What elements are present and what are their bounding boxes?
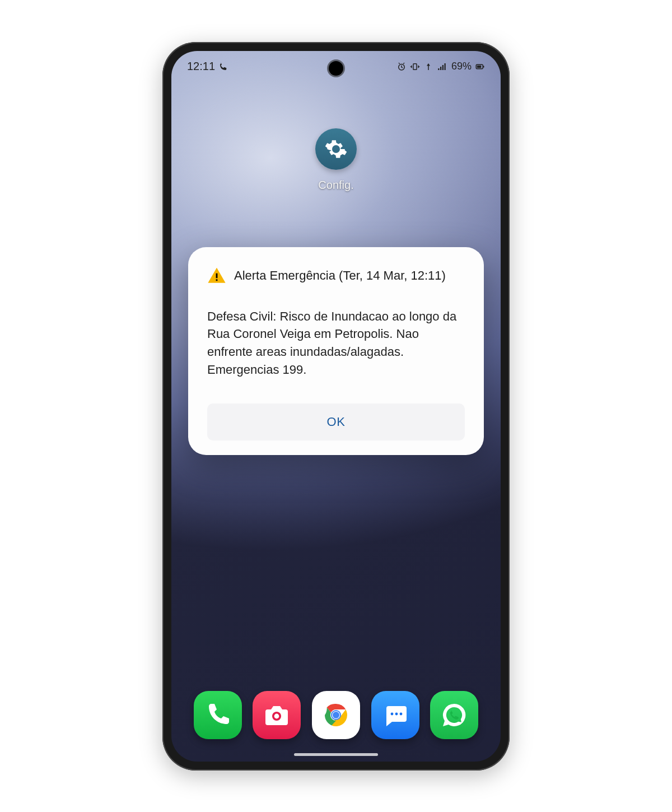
svg-rect-6: [216, 279, 218, 281]
alarm-icon: [396, 62, 407, 72]
vibrate-icon: [410, 62, 420, 72]
svg-rect-4: [477, 65, 482, 68]
phone-frame: 12:11 69%: [162, 42, 510, 771]
svg-rect-1: [413, 63, 417, 69]
settings-app-shortcut[interactable]: Config.: [311, 124, 361, 192]
status-bar-left: 12:11: [187, 60, 228, 73]
svg-rect-3: [483, 66, 484, 67]
svg-point-12: [333, 712, 339, 718]
svg-point-14: [395, 712, 398, 715]
dialog-header: Alerta Emergência (Ter, 14 Mar, 12:11): [207, 266, 465, 285]
chrome-app-icon[interactable]: [312, 691, 360, 739]
battery-percentage: 69%: [451, 61, 472, 72]
phone-screen: 12:11 69%: [171, 51, 501, 762]
status-bar-right: 69%: [396, 61, 485, 72]
settings-app-label: Config.: [318, 179, 353, 192]
dialog-body-text: Defesa Civil: Risco de Inundacao ao long…: [207, 308, 465, 379]
dialog-title: Alerta Emergência (Ter, 14 Mar, 12:11): [234, 268, 446, 283]
svg-rect-5: [216, 273, 218, 278]
emergency-alert-dialog: Alerta Emergência (Ter, 14 Mar, 12:11) D…: [188, 247, 484, 456]
app-dock: [171, 691, 501, 739]
status-time: 12:11: [187, 60, 215, 73]
settings-app-icon-container: [311, 124, 361, 174]
home-indicator[interactable]: [294, 753, 378, 756]
messages-app-icon[interactable]: [371, 691, 419, 739]
network-icon: [423, 62, 433, 72]
svg-point-13: [390, 712, 393, 715]
svg-point-15: [399, 712, 402, 715]
svg-point-8: [274, 713, 279, 718]
warning-icon: [207, 266, 226, 285]
phone-status-icon: [218, 62, 228, 72]
gear-icon: [315, 128, 357, 170]
ok-button[interactable]: OK: [207, 403, 465, 440]
signal-icon: [437, 62, 447, 72]
battery-icon: [475, 62, 485, 72]
phone-app-icon[interactable]: [194, 691, 242, 739]
whatsapp-app-icon[interactable]: [430, 691, 478, 739]
camera-app-icon[interactable]: [253, 691, 301, 739]
camera-punch-hole: [329, 61, 343, 76]
